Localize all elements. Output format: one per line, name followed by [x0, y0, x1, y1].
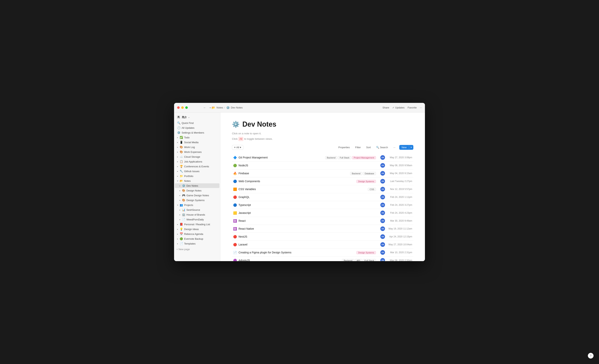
notes-table: 🔷Git Project ManagementBackendFull Stack…: [232, 154, 413, 261]
note-icon: 📄: [233, 251, 237, 254]
new-button[interactable]: New ▾: [399, 145, 413, 150]
avatar: AN: [380, 250, 385, 255]
toolbar-right: Properties Filter Sort 🔍 Search ··· New …: [337, 145, 413, 150]
sidebar-item-social-media[interactable]: ▸📱Social Media: [175, 140, 220, 145]
note-icon: 🔥: [233, 172, 237, 175]
maximize-button[interactable]: [185, 106, 188, 109]
sort-button[interactable]: Sort: [365, 145, 372, 150]
minimize-button[interactable]: [181, 106, 184, 109]
item-icon: 👥: [180, 204, 183, 206]
item-icon: 📁: [180, 175, 183, 178]
view-selector[interactable]: ≡ All ▾: [232, 145, 243, 150]
item-icon: 🎨: [180, 150, 183, 153]
breadcrumb-notes[interactable]: Notes: [217, 106, 223, 109]
note-name: NodeJS: [238, 164, 248, 167]
sidebar-item-dev-notes[interactable]: ▸⚙️Dev Notes: [175, 183, 220, 188]
avatar: AN: [380, 171, 385, 176]
chevron-icon: ▸: [179, 185, 180, 187]
avatar: AN: [380, 179, 385, 184]
sidebar-item-design-systems[interactable]: ▸🎨Design Systems: [175, 198, 220, 203]
help-button[interactable]: ?: [588, 353, 594, 359]
sidebar-item-cloud-storage[interactable]: ▸☁️Cloud Storage: [175, 154, 220, 159]
item-icon: 🎨: [180, 145, 183, 149]
sidebar-item-label: Job Applications: [184, 160, 202, 163]
note-date: Last Tuesday 2:27pm: [386, 177, 413, 185]
sidebar-item-label: Dev Notes: [186, 184, 198, 187]
note-date: May 08, 2020 2:32pm: [386, 257, 413, 261]
back-button[interactable]: ←: [203, 106, 206, 109]
sidebar-item-portfolio[interactable]: ▸📁Portfolio: [175, 174, 220, 178]
sidebar-item-weedporndaily[interactable]: ▸📄WeedPornDaily: [175, 217, 220, 222]
sidebar-item-rebecca-agenda[interactable]: ▸📅Rebecca Agenda: [175, 231, 220, 236]
sidebar-item-work-log[interactable]: ▸🎨Work Log: [175, 145, 220, 149]
item-icon: 📄: [182, 218, 185, 221]
item-icon: 🏆: [180, 165, 183, 168]
sidebar-item-design-notes[interactable]: ▸🎨Design Notes: [175, 188, 220, 193]
toggle-all[interactable]: All: [238, 137, 243, 141]
table-row[interactable]: 🟣AdonisJSBackendAPIFull StackANMay 08, 2…: [232, 257, 413, 261]
properties-button[interactable]: Properties: [337, 145, 351, 150]
sidebar-item-evernote-backup[interactable]: ▸🟢Evernote Backup: [175, 236, 220, 241]
table-row[interactable]: 🔵TypescriptANFeb 24, 2020 3:27pm: [232, 201, 413, 209]
sidebar-user[interactable]: 亮 亮介 ⌄: [174, 114, 220, 120]
new-page-button[interactable]: + New page: [174, 247, 220, 252]
sidebar-item-seshsource[interactable]: ▸📊SeshSource: [175, 207, 220, 212]
avatar: AN: [380, 195, 385, 199]
table-row[interactable]: 📄Creating a Figma plugin for Design Syst…: [232, 249, 413, 257]
sidebar-item-templates[interactable]: ▸📄Templates: [175, 241, 220, 246]
tag-badge: API: [355, 259, 362, 261]
sidebar-item-label: SeshSource: [186, 208, 200, 211]
titlebar-actions: Share ✓ Updates Favorite ···: [382, 106, 422, 109]
table-row[interactable]: 🔵Web ComponentsDesign SystemsANLast Tues…: [232, 177, 413, 185]
table-row[interactable]: ⚛️ReactANMar 30, 2020 9:49am: [232, 217, 413, 225]
chevron-icon: ▸: [179, 214, 180, 216]
sidebar-item-label: House of Brands: [186, 213, 205, 216]
sidebar-item-settings[interactable]: ⚙️ Settings & Members: [175, 130, 220, 135]
avatar: AN: [380, 163, 385, 168]
item-icon: ⚙️: [182, 184, 185, 187]
table-row[interactable]: 🔴NestJSANApr 24, 2020 12:15pm: [232, 233, 413, 241]
chevron-icon: ▸: [177, 136, 178, 139]
sidebar-item-github-issues[interactable]: ▸🔧Github Issues: [175, 169, 220, 174]
table-row[interactable]: 🟨JavascriptANFeb 24, 2020 4:23pm: [232, 209, 413, 217]
item-icon: 📂: [180, 179, 183, 182]
sidebar-item-all-updates[interactable]: 🕐 All Updates: [175, 125, 220, 130]
search-button[interactable]: 🔍 Search: [375, 145, 389, 150]
tag-badge: Full Stack: [338, 156, 351, 159]
sidebar-item-design-ideas[interactable]: ▸💡Design Ideas: [175, 227, 220, 231]
sidebar-item-todo[interactable]: ▸✅Todo: [175, 135, 220, 140]
sidebar-item-conferences--events[interactable]: ▸🏆Conferences & Events: [175, 164, 220, 169]
favorite-button[interactable]: Favorite: [408, 106, 417, 109]
item-icon: 🎨: [182, 199, 185, 202]
more-button[interactable]: ···: [420, 106, 422, 109]
note-name: React: [238, 219, 246, 222]
table-row[interactable]: ⚛️React NativeANMay 19, 2020 11:12am: [232, 225, 413, 233]
chevron-icon: ▸: [177, 233, 178, 235]
page-hint-1: Click on a note to open it.: [232, 132, 413, 136]
sidebar-item-house-of-brands[interactable]: ▸🏢House of Brands: [175, 212, 220, 217]
sidebar-item-personal--reading-list[interactable]: ▸📕Personal / Reading List: [175, 222, 220, 227]
updates-button[interactable]: ✓ Updates: [392, 106, 405, 109]
sidebar-item-quick-find[interactable]: 🔍 Quick Find: [175, 121, 220, 125]
table-row[interactable]: 🟢NodeJSANMay 08, 2020 9:58am: [232, 161, 413, 169]
sidebar-item-projects[interactable]: ▾👥Projects: [175, 203, 220, 207]
chevron-icon: ▸: [177, 175, 178, 177]
forward-button[interactable]: →: [209, 106, 212, 109]
table-row[interactable]: 🔷Git Project ManagementBackendFull Stack…: [232, 154, 413, 161]
close-button[interactable]: [177, 106, 180, 109]
sidebar-item-work-expenses[interactable]: ▸🎨Work Expenses: [175, 150, 220, 154]
table-row[interactable]: 🔥FirebaseBackendDatabaseANMay 04, 2020 9…: [232, 169, 413, 177]
table-row[interactable]: 🟧CSS VariablesCSSANNov 12, 2019 5:57pm: [232, 185, 413, 193]
table-row[interactable]: 🔴GraphQLANFeb 24, 2020 1:11pm: [232, 193, 413, 201]
table-row[interactable]: 🔴LaravelANMay 27, 2020 10:04am: [232, 241, 413, 249]
chevron-icon: ▸: [177, 238, 178, 240]
filter-button[interactable]: Filter: [354, 145, 362, 150]
page-title: Dev Notes: [242, 120, 276, 128]
more-options-button[interactable]: ···: [392, 145, 397, 150]
avatar: AN: [380, 234, 385, 239]
sidebar-item-notes[interactable]: ▾📂Notes: [175, 178, 220, 183]
sidebar-item-game-design-notes[interactable]: ▸🎮Game Design Notes: [175, 193, 220, 198]
sidebar-item-label: Social Media: [184, 141, 198, 144]
sidebar-item-job-applications[interactable]: ▸📋Job Applications: [175, 159, 220, 164]
share-button[interactable]: Share: [382, 106, 389, 109]
